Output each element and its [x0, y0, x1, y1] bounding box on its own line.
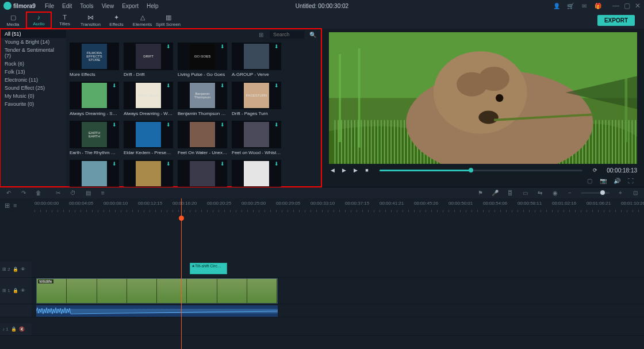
sidebar-item[interactable]: Tender & Sentimental (7): [0, 46, 66, 60]
redo-icon[interactable]: ↷: [20, 189, 28, 197]
menu-export[interactable]: Export: [122, 3, 139, 9]
grid-view-icon[interactable]: ⊞: [257, 30, 265, 39]
gift-icon[interactable]: 🎁: [594, 2, 602, 10]
audio-thumb[interactable]: ⬇Within ReachAlways Dreaming - Withi…: [124, 82, 173, 116]
user-icon[interactable]: 👤: [553, 2, 561, 10]
audio-thumb[interactable]: ⬇Eldar Kedem - Present M…: [124, 121, 173, 155]
download-icon[interactable]: ⬇: [274, 161, 280, 167]
menu-tools[interactable]: Tools: [80, 3, 93, 9]
close-icon[interactable]: ✕: [635, 2, 641, 10]
download-icon[interactable]: ⬇: [220, 122, 226, 128]
audio-thumb[interactable]: ⬇DRIFTDrift - Drift: [124, 43, 173, 77]
stop-button[interactable]: ■: [363, 167, 370, 174]
audio-thumb[interactable]: ⬇Feet on Wood - Whistling…: [232, 121, 281, 155]
download-icon[interactable]: ⬇: [112, 122, 118, 128]
volume-icon[interactable]: 🔊: [613, 177, 621, 185]
maximize-icon[interactable]: ▢: [624, 2, 630, 10]
download-icon[interactable]: ⬇: [220, 83, 226, 89]
next-frame-button[interactable]: ▶: [352, 167, 359, 174]
mic-icon[interactable]: 🎤: [491, 189, 499, 197]
timeline-tracks-icon[interactable]: ≡: [13, 202, 17, 209]
download-icon[interactable]: ⬇: [274, 44, 280, 49]
audio-thumb[interactable]: ⬇PAGESTURNDrift - Pages Turn: [232, 82, 281, 116]
search-icon[interactable]: 🔍: [309, 30, 317, 39]
tab-transition[interactable]: ⋈Transition: [78, 11, 103, 29]
prev-frame-button[interactable]: ◀: [329, 167, 336, 174]
snap-icon[interactable]: ◉: [551, 189, 559, 197]
tab-media[interactable]: ▢Media: [0, 11, 26, 29]
lock-icon[interactable]: 🔒: [13, 288, 18, 293]
menu-help[interactable]: Help: [147, 3, 159, 9]
undo-icon[interactable]: ↶: [5, 189, 13, 197]
audio-thumb[interactable]: ⬇Feet On Water - Unexpec…: [178, 121, 227, 155]
search-input[interactable]: [270, 30, 304, 39]
tab-titles[interactable]: TTitles: [52, 11, 78, 29]
download-icon[interactable]: ⬇: [166, 161, 172, 167]
eye-icon[interactable]: 👁: [21, 267, 25, 272]
sidebar-item[interactable]: Sound Effect (25): [0, 84, 66, 92]
audio-thumb[interactable]: ⬇: [232, 160, 281, 187]
message-icon[interactable]: ✉: [580, 2, 588, 10]
sidebar-item[interactable]: Folk (13): [0, 68, 66, 76]
timeline-menu-icon[interactable]: ⊞: [5, 202, 10, 209]
preview-canvas[interactable]: [329, 32, 637, 164]
minimize-icon[interactable]: —: [612, 2, 619, 10]
audio-thumb[interactable]: ⬇: [178, 160, 227, 187]
crop-icon[interactable]: ▤: [84, 189, 92, 197]
lock-icon[interactable]: 🔒: [13, 267, 18, 272]
menu-edit[interactable]: Edit: [62, 3, 72, 9]
ripple-icon[interactable]: ⇆: [536, 189, 544, 197]
zoom-fit-icon[interactable]: ⊡: [631, 189, 639, 197]
audio-thumb[interactable]: ⬇Always Dreaming - Same …: [70, 82, 119, 116]
preview-scrubber[interactable]: [379, 170, 582, 171]
download-icon[interactable]: ⬇: [112, 83, 118, 89]
zoom-in-icon[interactable]: +: [616, 189, 624, 197]
menu-file[interactable]: File: [45, 3, 54, 9]
tab-elements[interactable]: △Elements: [129, 11, 155, 29]
audio-thumb[interactable]: ⬇: [70, 160, 119, 187]
camera-icon[interactable]: 📷: [599, 177, 607, 185]
marker-icon[interactable]: ⚑: [476, 189, 484, 197]
mute-icon[interactable]: 🔇: [19, 327, 25, 332]
download-icon[interactable]: ⬇: [274, 122, 280, 128]
download-icon[interactable]: ⬇: [220, 44, 226, 49]
sidebar-item[interactable]: Rock (6): [0, 60, 66, 68]
lock-icon[interactable]: 🔒: [11, 327, 17, 332]
download-icon[interactable]: ⬇: [274, 83, 280, 89]
delete-icon[interactable]: 🗑: [34, 189, 43, 197]
sidebar-item[interactable]: Favourite (0): [0, 100, 66, 108]
render-icon[interactable]: ▭: [521, 189, 529, 197]
sidebar-item[interactable]: All (51): [0, 30, 66, 38]
mixer-icon[interactable]: 🎛: [506, 189, 514, 197]
audio-thumb[interactable]: ⬇EARTH EARTHEarth - The Rhythm Of M…: [70, 121, 119, 155]
snapshot-icon[interactable]: ▢: [585, 177, 593, 185]
playhead[interactable]: [181, 198, 182, 349]
sidebar-item[interactable]: Young & Bright (14): [0, 38, 66, 46]
fx-clip[interactable]: ★Tilt-shift Circ…: [190, 263, 227, 274]
download-icon[interactable]: ⬇: [112, 161, 118, 167]
split-icon[interactable]: ✂: [54, 189, 62, 197]
zoom-slider[interactable]: [581, 192, 610, 194]
audio-thumb[interactable]: ⬇A-GROUP - Verve: [232, 43, 281, 77]
audio-thumb[interactable]: ⬇: [124, 160, 173, 187]
export-button[interactable]: EXPORT: [597, 15, 635, 26]
speed-icon[interactable]: ⏱: [69, 189, 77, 197]
tab-split[interactable]: ▥Split Screen: [155, 11, 181, 29]
download-icon[interactable]: ⬇: [166, 44, 172, 49]
eye-icon[interactable]: 👁: [21, 288, 25, 293]
sidebar-item[interactable]: My Music (0): [0, 92, 66, 100]
audio-thumb[interactable]: FILMORA EFFECTS STOREMore Effects: [70, 43, 119, 77]
play-button[interactable]: ▶: [340, 167, 347, 174]
audio-waveform[interactable]: [36, 305, 278, 317]
time-ruler[interactable]: 00:00:00:0000:00:04:0500:00:08:1000:00:1…: [34, 198, 644, 216]
tab-effects[interactable]: ✦Effects: [103, 11, 129, 29]
download-icon[interactable]: ⬇: [166, 122, 172, 128]
zoom-out-icon[interactable]: −: [566, 189, 574, 197]
cart-icon[interactable]: 🛒: [566, 2, 574, 10]
menu-view[interactable]: View: [102, 3, 114, 9]
adjust-icon[interactable]: ≡: [99, 189, 107, 197]
tab-audio[interactable]: ♪Audio: [26, 11, 52, 29]
download-icon[interactable]: ⬇: [166, 83, 172, 89]
sidebar-item[interactable]: Electronic (11): [0, 76, 66, 84]
audio-thumb[interactable]: ⬇Benjamin ThompsonBenjamin Thompson - Lu…: [178, 82, 227, 116]
